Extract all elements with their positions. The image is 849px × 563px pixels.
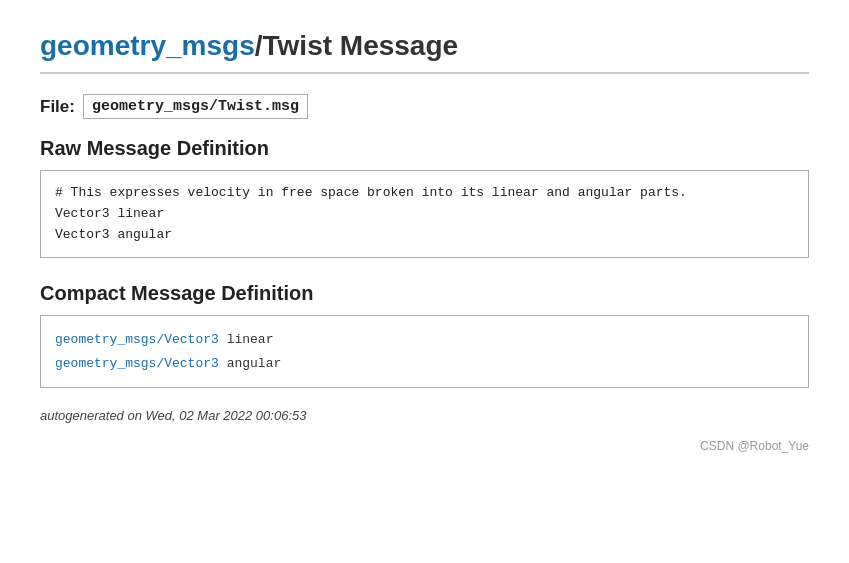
compact-line-1: geometry_msgs/Vector3 linear [55, 328, 794, 351]
compact-line-2: geometry_msgs/Vector3 angular [55, 352, 794, 375]
raw-code-line-2: Vector3 linear [55, 204, 794, 225]
compact-message-code-box: geometry_msgs/Vector3 linear geometry_ms… [40, 315, 809, 388]
compact-link-1[interactable]: geometry_msgs/Vector3 [55, 332, 219, 347]
autogenerated-text: autogenerated on Wed, 02 Mar 2022 00:06:… [40, 408, 809, 423]
raw-code-line-1: # This expresses velocity in free space … [55, 183, 794, 204]
raw-message-code-box: # This expresses velocity in free space … [40, 170, 809, 258]
page-title-rest: /Twist Message [255, 30, 458, 61]
compact-message-heading: Compact Message Definition [40, 282, 809, 305]
raw-message-heading: Raw Message Definition [40, 137, 809, 160]
page-header: geometry_msgs/Twist Message [40, 30, 809, 74]
compact-link-2[interactable]: geometry_msgs/Vector3 [55, 356, 219, 371]
geometry-msgs-link[interactable]: geometry_msgs [40, 30, 255, 61]
watermark: CSDN @Robot_Yue [40, 439, 809, 453]
compact-text-2: angular [219, 356, 281, 371]
file-section: File: geometry_msgs/Twist.msg [40, 94, 809, 119]
file-value: geometry_msgs/Twist.msg [83, 94, 308, 119]
file-label: File: [40, 97, 75, 117]
page-title: geometry_msgs/Twist Message [40, 30, 809, 62]
raw-code-line-3: Vector3 angular [55, 225, 794, 246]
compact-text-1: linear [219, 332, 274, 347]
